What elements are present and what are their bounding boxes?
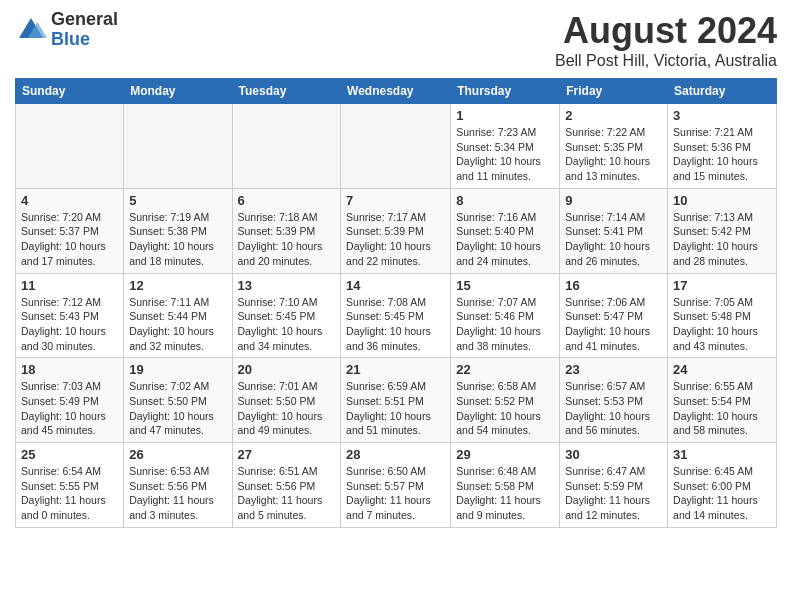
calendar-cell: 25Sunrise: 6:54 AM Sunset: 5:55 PM Dayli…	[16, 443, 124, 528]
calendar: SundayMondayTuesdayWednesdayThursdayFrid…	[15, 78, 777, 528]
day-info: Sunrise: 7:17 AM Sunset: 5:39 PM Dayligh…	[346, 210, 445, 269]
calendar-cell: 9Sunrise: 7:14 AM Sunset: 5:41 PM Daylig…	[560, 188, 668, 273]
day-info: Sunrise: 7:11 AM Sunset: 5:44 PM Dayligh…	[129, 295, 226, 354]
logo: General Blue	[15, 10, 118, 50]
day-number: 5	[129, 193, 226, 208]
day-info: Sunrise: 7:03 AM Sunset: 5:49 PM Dayligh…	[21, 379, 118, 438]
day-number: 27	[238, 447, 336, 462]
month-title: August 2024	[555, 10, 777, 52]
day-number: 2	[565, 108, 662, 123]
day-info: Sunrise: 6:48 AM Sunset: 5:58 PM Dayligh…	[456, 464, 554, 523]
calendar-cell: 17Sunrise: 7:05 AM Sunset: 5:48 PM Dayli…	[668, 273, 777, 358]
logo-blue: Blue	[51, 30, 118, 50]
day-info: Sunrise: 7:01 AM Sunset: 5:50 PM Dayligh…	[238, 379, 336, 438]
calendar-cell: 31Sunrise: 6:45 AM Sunset: 6:00 PM Dayli…	[668, 443, 777, 528]
calendar-header-monday: Monday	[124, 79, 232, 104]
calendar-header-saturday: Saturday	[668, 79, 777, 104]
day-info: Sunrise: 6:59 AM Sunset: 5:51 PM Dayligh…	[346, 379, 445, 438]
day-number: 24	[673, 362, 771, 377]
day-number: 13	[238, 278, 336, 293]
calendar-cell: 8Sunrise: 7:16 AM Sunset: 5:40 PM Daylig…	[451, 188, 560, 273]
calendar-week-4: 18Sunrise: 7:03 AM Sunset: 5:49 PM Dayli…	[16, 358, 777, 443]
day-number: 17	[673, 278, 771, 293]
day-number: 14	[346, 278, 445, 293]
day-number: 28	[346, 447, 445, 462]
calendar-cell: 20Sunrise: 7:01 AM Sunset: 5:50 PM Dayli…	[232, 358, 341, 443]
calendar-cell: 1Sunrise: 7:23 AM Sunset: 5:34 PM Daylig…	[451, 104, 560, 189]
day-info: Sunrise: 7:07 AM Sunset: 5:46 PM Dayligh…	[456, 295, 554, 354]
day-number: 31	[673, 447, 771, 462]
day-info: Sunrise: 7:23 AM Sunset: 5:34 PM Dayligh…	[456, 125, 554, 184]
day-info: Sunrise: 6:47 AM Sunset: 5:59 PM Dayligh…	[565, 464, 662, 523]
calendar-cell: 11Sunrise: 7:12 AM Sunset: 5:43 PM Dayli…	[16, 273, 124, 358]
day-info: Sunrise: 7:08 AM Sunset: 5:45 PM Dayligh…	[346, 295, 445, 354]
logo-icon	[15, 14, 47, 46]
day-info: Sunrise: 6:54 AM Sunset: 5:55 PM Dayligh…	[21, 464, 118, 523]
calendar-cell: 13Sunrise: 7:10 AM Sunset: 5:45 PM Dayli…	[232, 273, 341, 358]
calendar-cell: 18Sunrise: 7:03 AM Sunset: 5:49 PM Dayli…	[16, 358, 124, 443]
day-info: Sunrise: 6:51 AM Sunset: 5:56 PM Dayligh…	[238, 464, 336, 523]
day-info: Sunrise: 7:06 AM Sunset: 5:47 PM Dayligh…	[565, 295, 662, 354]
calendar-header-sunday: Sunday	[16, 79, 124, 104]
calendar-week-3: 11Sunrise: 7:12 AM Sunset: 5:43 PM Dayli…	[16, 273, 777, 358]
day-info: Sunrise: 6:58 AM Sunset: 5:52 PM Dayligh…	[456, 379, 554, 438]
day-info: Sunrise: 7:21 AM Sunset: 5:36 PM Dayligh…	[673, 125, 771, 184]
calendar-week-1: 1Sunrise: 7:23 AM Sunset: 5:34 PM Daylig…	[16, 104, 777, 189]
day-number: 11	[21, 278, 118, 293]
calendar-week-2: 4Sunrise: 7:20 AM Sunset: 5:37 PM Daylig…	[16, 188, 777, 273]
calendar-cell: 4Sunrise: 7:20 AM Sunset: 5:37 PM Daylig…	[16, 188, 124, 273]
day-number: 16	[565, 278, 662, 293]
logo-general: General	[51, 10, 118, 30]
calendar-cell: 16Sunrise: 7:06 AM Sunset: 5:47 PM Dayli…	[560, 273, 668, 358]
day-info: Sunrise: 6:55 AM Sunset: 5:54 PM Dayligh…	[673, 379, 771, 438]
calendar-header-tuesday: Tuesday	[232, 79, 341, 104]
day-info: Sunrise: 7:10 AM Sunset: 5:45 PM Dayligh…	[238, 295, 336, 354]
day-info: Sunrise: 7:16 AM Sunset: 5:40 PM Dayligh…	[456, 210, 554, 269]
day-number: 6	[238, 193, 336, 208]
day-number: 26	[129, 447, 226, 462]
day-number: 3	[673, 108, 771, 123]
calendar-cell: 23Sunrise: 6:57 AM Sunset: 5:53 PM Dayli…	[560, 358, 668, 443]
day-number: 1	[456, 108, 554, 123]
calendar-cell: 19Sunrise: 7:02 AM Sunset: 5:50 PM Dayli…	[124, 358, 232, 443]
calendar-cell: 15Sunrise: 7:07 AM Sunset: 5:46 PM Dayli…	[451, 273, 560, 358]
day-info: Sunrise: 7:12 AM Sunset: 5:43 PM Dayligh…	[21, 295, 118, 354]
day-info: Sunrise: 7:22 AM Sunset: 5:35 PM Dayligh…	[565, 125, 662, 184]
calendar-cell: 30Sunrise: 6:47 AM Sunset: 5:59 PM Dayli…	[560, 443, 668, 528]
day-number: 22	[456, 362, 554, 377]
calendar-cell: 21Sunrise: 6:59 AM Sunset: 5:51 PM Dayli…	[341, 358, 451, 443]
calendar-cell: 24Sunrise: 6:55 AM Sunset: 5:54 PM Dayli…	[668, 358, 777, 443]
day-info: Sunrise: 6:57 AM Sunset: 5:53 PM Dayligh…	[565, 379, 662, 438]
calendar-cell	[16, 104, 124, 189]
calendar-cell: 22Sunrise: 6:58 AM Sunset: 5:52 PM Dayli…	[451, 358, 560, 443]
day-number: 18	[21, 362, 118, 377]
day-number: 7	[346, 193, 445, 208]
calendar-cell: 2Sunrise: 7:22 AM Sunset: 5:35 PM Daylig…	[560, 104, 668, 189]
day-number: 23	[565, 362, 662, 377]
day-info: Sunrise: 7:14 AM Sunset: 5:41 PM Dayligh…	[565, 210, 662, 269]
day-info: Sunrise: 7:18 AM Sunset: 5:39 PM Dayligh…	[238, 210, 336, 269]
calendar-cell: 5Sunrise: 7:19 AM Sunset: 5:38 PM Daylig…	[124, 188, 232, 273]
calendar-week-5: 25Sunrise: 6:54 AM Sunset: 5:55 PM Dayli…	[16, 443, 777, 528]
calendar-cell: 12Sunrise: 7:11 AM Sunset: 5:44 PM Dayli…	[124, 273, 232, 358]
calendar-header-thursday: Thursday	[451, 79, 560, 104]
day-info: Sunrise: 7:05 AM Sunset: 5:48 PM Dayligh…	[673, 295, 771, 354]
calendar-header-row: SundayMondayTuesdayWednesdayThursdayFrid…	[16, 79, 777, 104]
calendar-cell: 28Sunrise: 6:50 AM Sunset: 5:57 PM Dayli…	[341, 443, 451, 528]
calendar-cell: 7Sunrise: 7:17 AM Sunset: 5:39 PM Daylig…	[341, 188, 451, 273]
logo-text: General Blue	[51, 10, 118, 50]
day-info: Sunrise: 7:20 AM Sunset: 5:37 PM Dayligh…	[21, 210, 118, 269]
day-number: 19	[129, 362, 226, 377]
day-info: Sunrise: 7:13 AM Sunset: 5:42 PM Dayligh…	[673, 210, 771, 269]
calendar-cell: 27Sunrise: 6:51 AM Sunset: 5:56 PM Dayli…	[232, 443, 341, 528]
calendar-cell: 14Sunrise: 7:08 AM Sunset: 5:45 PM Dayli…	[341, 273, 451, 358]
day-info: Sunrise: 7:02 AM Sunset: 5:50 PM Dayligh…	[129, 379, 226, 438]
day-number: 12	[129, 278, 226, 293]
header: General Blue August 2024 Bell Post Hill,…	[15, 10, 777, 70]
calendar-cell: 3Sunrise: 7:21 AM Sunset: 5:36 PM Daylig…	[668, 104, 777, 189]
day-number: 20	[238, 362, 336, 377]
day-number: 25	[21, 447, 118, 462]
day-number: 30	[565, 447, 662, 462]
calendar-header-friday: Friday	[560, 79, 668, 104]
calendar-cell: 26Sunrise: 6:53 AM Sunset: 5:56 PM Dayli…	[124, 443, 232, 528]
